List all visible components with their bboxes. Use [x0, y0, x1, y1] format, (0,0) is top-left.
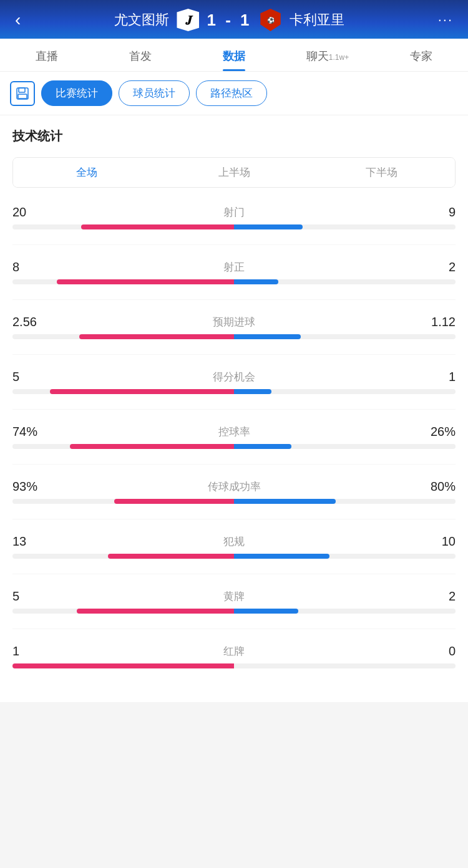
- stats-rows: 20 射门 9 8 射正 2 2.56 预期进球 1.12 5: [12, 205, 456, 668]
- stat-label: 得分机会: [62, 370, 406, 384]
- stat-bar: [12, 279, 456, 284]
- stat-bar: [12, 389, 456, 394]
- bar-right: [234, 609, 298, 614]
- bar-left: [114, 499, 234, 504]
- stat-divider: [12, 354, 456, 355]
- stat-right-value: 26%: [406, 425, 456, 439]
- tab-data[interactable]: 数据: [187, 39, 281, 71]
- stat-left-value: 1: [12, 644, 62, 658]
- tab-live[interactable]: 直播: [0, 39, 94, 71]
- stats-content: 技术统计 全场 上半场 下半场 20 射门 9 8 射正 2: [0, 115, 468, 702]
- stat-row: 5 得分机会 1: [12, 370, 456, 394]
- stat-row: 8 射正 2: [12, 260, 456, 284]
- period-tab-first-half[interactable]: 上半场: [160, 158, 308, 187]
- stat-divider: [12, 244, 456, 245]
- section-title: 技术统计: [12, 128, 456, 145]
- stat-bar: [12, 334, 456, 339]
- svg-rect-1: [19, 88, 25, 92]
- stat-left-value: 5: [12, 370, 62, 384]
- stat-left-value: 5: [12, 589, 62, 604]
- stat-left-value: 20: [12, 205, 62, 219]
- period-tab-bar: 全场 上半场 下半场: [12, 157, 456, 188]
- stat-right-value: 9: [406, 205, 456, 219]
- bar-right: [234, 554, 329, 559]
- stat-label: 黄牌: [62, 589, 406, 604]
- away-team-logo: ⚽: [258, 7, 283, 32]
- stat-row: 74% 控球率 26%: [12, 425, 456, 449]
- stat-row: 1 红牌 0: [12, 644, 456, 668]
- stat-right-value: 2: [406, 260, 456, 274]
- tab-chat[interactable]: 聊天1.1w+: [281, 39, 374, 71]
- stat-row: 13 犯规 10: [12, 534, 456, 559]
- stat-row: 20 射门 9: [12, 205, 456, 229]
- bar-right: [234, 444, 291, 449]
- stat-bar: [12, 663, 456, 668]
- more-button[interactable]: ···: [433, 9, 458, 31]
- bar-right: [234, 334, 301, 339]
- home-team-logo: 𝐉: [175, 7, 200, 32]
- match-header: ‹ 尤文图斯 𝐉 1 - 1 ⚽ 卡利亚里 ···: [0, 0, 468, 39]
- nav-tab-bar: 直播 首发 数据 聊天1.1w+ 专家: [0, 39, 468, 72]
- away-team-name: 卡利亚里: [290, 11, 344, 29]
- save-icon: [16, 87, 29, 100]
- stat-bar: [12, 444, 456, 449]
- bar-right: [234, 389, 271, 394]
- home-team-name: 尤文图斯: [114, 11, 169, 29]
- stat-left-value: 2.56: [12, 315, 62, 329]
- stat-bar: [12, 499, 456, 504]
- stat-label: 预期进球: [62, 315, 406, 329]
- stat-divider: [12, 464, 456, 465]
- bar-right: [234, 499, 336, 504]
- stat-right-value: 10: [406, 534, 456, 549]
- period-tab-second-half[interactable]: 下半场: [308, 158, 455, 187]
- bar-left: [70, 444, 234, 449]
- bar-left: [12, 663, 234, 668]
- stat-divider: [12, 519, 456, 519]
- sub-tab-match-stats[interactable]: 比赛统计: [41, 80, 112, 106]
- stat-right-value: 1.12: [406, 315, 456, 329]
- stat-left-value: 13: [12, 534, 62, 549]
- bar-left: [79, 334, 235, 339]
- svg-rect-2: [18, 94, 27, 99]
- stat-left-value: 74%: [12, 425, 62, 439]
- stat-bar: [12, 554, 456, 559]
- stat-label: 红牌: [62, 644, 406, 658]
- bar-left: [57, 279, 234, 284]
- stat-label: 射门: [62, 205, 406, 219]
- stat-row: 93% 传球成功率 80%: [12, 480, 456, 504]
- chat-badge: 1.1w+: [329, 53, 349, 62]
- match-score: 1 - 1: [207, 11, 251, 30]
- juventus-logo-icon: 𝐉: [177, 9, 199, 31]
- bar-right: [234, 279, 278, 284]
- stat-right-value: 80%: [406, 480, 456, 494]
- stat-row: 5 黄牌 2: [12, 589, 456, 614]
- stat-row: 2.56 预期进球 1.12: [12, 315, 456, 339]
- save-button[interactable]: [10, 81, 35, 106]
- stat-right-value: 1: [406, 370, 456, 384]
- back-button[interactable]: ‹: [10, 7, 26, 32]
- period-tab-full[interactable]: 全场: [13, 158, 160, 187]
- sub-tab-heatmap[interactable]: 路径热区: [196, 80, 267, 106]
- bar-right: [234, 224, 303, 229]
- sub-tab-bar: 比赛统计 球员统计 路径热区: [0, 72, 468, 115]
- stat-bar: [12, 609, 456, 614]
- stat-divider: [12, 629, 456, 629]
- stat-label: 犯规: [62, 534, 406, 549]
- stat-right-value: 0: [406, 644, 456, 658]
- stat-divider: [12, 574, 456, 574]
- tab-expert[interactable]: 专家: [374, 39, 468, 71]
- sub-tab-player-stats[interactable]: 球员统计: [119, 80, 190, 106]
- stat-divider: [12, 299, 456, 300]
- stat-label: 传球成功率: [62, 480, 406, 494]
- bar-left: [50, 389, 234, 394]
- score-section: 尤文图斯 𝐉 1 - 1 ⚽ 卡利亚里: [26, 7, 432, 32]
- bar-left: [108, 554, 234, 559]
- stat-bar: [12, 224, 456, 229]
- stat-divider: [12, 409, 456, 410]
- stat-label: 射正: [62, 260, 406, 274]
- bar-left: [81, 224, 234, 229]
- tab-lineup[interactable]: 首发: [94, 39, 187, 71]
- cagliari-logo-icon: ⚽: [260, 9, 282, 31]
- bar-left: [77, 609, 234, 614]
- stat-right-value: 2: [406, 589, 456, 604]
